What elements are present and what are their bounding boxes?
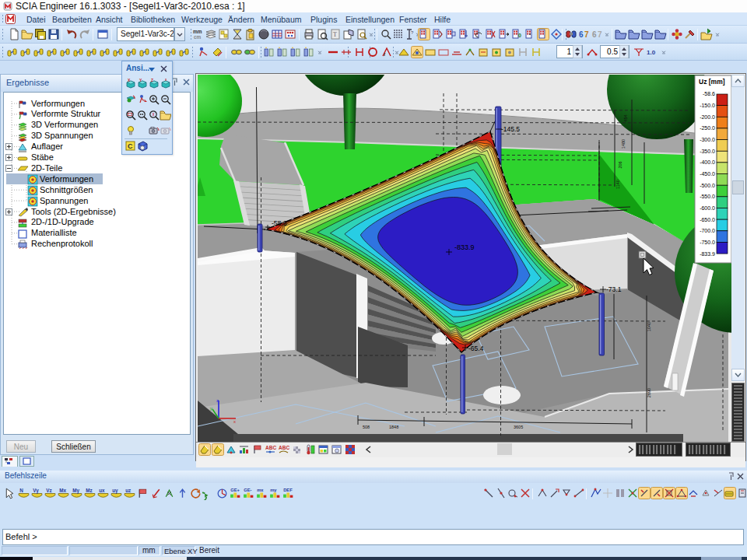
svg-text:cm: cm <box>194 34 202 40</box>
svg-text:Vy: Vy <box>33 488 39 494</box>
svg-text:7: 7 <box>598 30 602 39</box>
svg-text:3605: 3605 <box>514 425 523 429</box>
svg-text:-350.0: -350.0 <box>700 149 715 154</box>
svg-text:uz: uz <box>125 488 131 493</box>
svg-text:6: 6 <box>579 30 584 39</box>
svg-text:my: my <box>270 488 277 492</box>
svg-text:1480: 1480 <box>621 139 626 149</box>
svg-text:ABC: ABC <box>279 445 289 450</box>
svg-text:-58.6: -58.6 <box>272 219 287 227</box>
svg-text:-833.9: -833.9 <box>454 243 475 251</box>
svg-text:-500.0: -500.0 <box>700 183 715 188</box>
svg-text:N: N <box>19 488 23 493</box>
svg-text:1040: 1040 <box>647 322 651 331</box>
svg-text:6: 6 <box>592 30 597 39</box>
svg-text:1.0: 1.0 <box>647 49 656 56</box>
svg-text:-250.0: -250.0 <box>700 125 715 131</box>
svg-text:ux: ux <box>99 488 105 493</box>
svg-text:-550.0: -550.0 <box>700 194 715 199</box>
svg-text:x: x <box>233 419 236 424</box>
svg-text:uy: uy <box>112 488 118 494</box>
svg-text:-600.0: -600.0 <box>700 205 715 211</box>
svg-text:mm: mm <box>193 29 202 34</box>
svg-text:Uz [mm]: Uz [mm] <box>699 78 725 86</box>
svg-text:z: z <box>216 398 219 403</box>
svg-text:DEF: DEF <box>283 488 293 492</box>
svg-text:508: 508 <box>363 425 370 429</box>
svg-text:-150.0: -150.0 <box>700 103 715 108</box>
svg-text:GE+: GE+ <box>230 488 240 492</box>
svg-text:-145.5: -145.5 <box>501 125 520 133</box>
svg-text:1140: 1140 <box>615 180 620 189</box>
svg-text:-73.1: -73.1 <box>606 285 622 293</box>
svg-text:-200.0: -200.0 <box>700 114 715 120</box>
svg-text:-58.6: -58.6 <box>703 91 715 96</box>
svg-text:T: T <box>333 31 337 38</box>
svg-text:ABC: ABC <box>265 445 276 450</box>
svg-text:2690: 2690 <box>647 388 651 397</box>
svg-text:-700.0: -700.0 <box>700 228 715 233</box>
svg-text:-300.0: -300.0 <box>700 137 715 142</box>
svg-text:Z: Z <box>151 78 153 82</box>
svg-text:0: 0 <box>518 33 521 38</box>
svg-text:-833.9: -833.9 <box>700 251 715 257</box>
svg-text:y: y <box>210 406 212 411</box>
svg-text:C: C <box>128 142 133 150</box>
svg-text:mx: mx <box>257 488 264 492</box>
svg-text:-400.0: -400.0 <box>700 159 715 165</box>
svg-text:-750.0: -750.0 <box>700 240 715 245</box>
svg-text:-650.0: -650.0 <box>700 217 715 222</box>
svg-text:454: 454 <box>623 114 628 121</box>
svg-text:1848: 1848 <box>389 425 398 429</box>
svg-text:Mz: Mz <box>86 488 92 493</box>
svg-text:206: 206 <box>618 161 622 168</box>
svg-text:GE-: GE- <box>244 488 251 492</box>
svg-text:-450.0: -450.0 <box>700 171 715 177</box>
svg-text:Mx: Mx <box>59 488 66 493</box>
svg-text:-65.4: -65.4 <box>468 345 484 352</box>
svg-text:My: My <box>72 488 79 494</box>
svg-text:7: 7 <box>584 30 589 39</box>
svg-text:Vz: Vz <box>46 488 51 493</box>
